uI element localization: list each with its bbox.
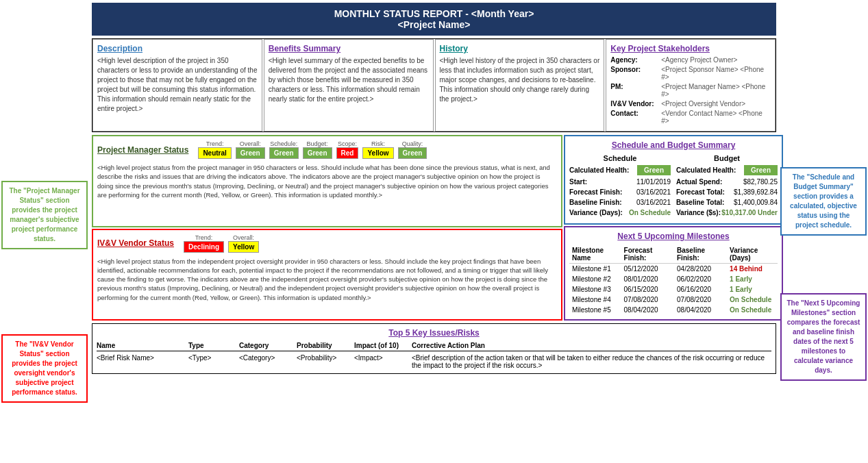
stakeholder-value-3: <Project Oversight Vendor> <box>661 100 745 108</box>
stakeholder-row-2: PM: <Project Manager Name> <Phone #> <box>610 83 771 98</box>
budget-col-header: Budget <box>676 154 778 162</box>
issues-col-action: Corrective Action Plan <box>412 342 771 349</box>
milestone-name-2: Milestone #3 <box>569 284 621 295</box>
issues-table: Name Type Category Probability Impact (o… <box>97 342 771 369</box>
ivv-header: IV&V Vendor Status Trend: Declining Over… <box>97 234 557 253</box>
history-title: History <box>440 44 600 53</box>
milestones-section: Next 5 Upcoming Milestones Milestone Nam… <box>564 226 783 321</box>
budget-health-value: Green <box>744 165 778 175</box>
pm-badge-label-2: Schedule: <box>270 140 297 147</box>
pm-badge-value-2: Green <box>269 147 299 159</box>
milestone-name-4: Milestone #5 <box>569 305 621 315</box>
stakeholder-row-0: Agency: <Agency Project Owner> <box>610 56 771 64</box>
issue-probability-0: <Probability> <box>297 354 351 369</box>
pm-badge-value-3: Green <box>303 147 332 159</box>
header-title: MONTHLY STATUS REPORT - <Month Year> <box>95 8 773 19</box>
milestone-col-variance: Variance (Days) <box>727 245 778 264</box>
stakeholders-title: Key Project Stakeholders <box>610 44 771 53</box>
ivv-annotation-text: The "IV&V Vendor Status" section provide… <box>12 340 77 396</box>
variance-dollar-label: Variance ($s): <box>676 209 721 216</box>
pm-badge-value-4: Red <box>336 147 359 159</box>
variance-days-value: On Schedule <box>629 209 671 216</box>
description-cell: Description <High level description of t… <box>92 39 262 132</box>
variance-days-label: Variance (Days): <box>569 209 623 216</box>
sched-health-label: Calculated Health: <box>569 166 629 174</box>
pm-badge-6: Quality: Green <box>398 140 427 159</box>
variance-days-row: Variance (Days): On Schedule <box>569 209 671 216</box>
schedule-col-header: Schedule <box>569 154 671 162</box>
issues-header-row: Name Type Category Probability Impact (o… <box>97 342 771 351</box>
milestone-baseline-3: 07/08/2020 <box>674 295 727 305</box>
header-subtitle: <Project Name> <box>95 19 773 30</box>
milestone-row-3: Milestone #407/08/202007/08/2020On Sched… <box>569 295 778 305</box>
benefits-title: Benefits Summary <box>269 44 429 53</box>
milestone-name-3: Milestone #4 <box>569 295 621 305</box>
issue-type-0: <Type> <box>188 354 236 369</box>
schedule-cols: Schedule Calculated Health: Green Start:… <box>569 154 778 219</box>
pm-badge-0: Trend: Neutral <box>198 140 231 159</box>
baseline-finish-label: Baseline Finish: <box>569 199 622 206</box>
variance-dollar-row: Variance ($s): $10,317.00 Under <box>676 209 778 216</box>
forecast-finish-value: 03/16/2021 <box>636 188 671 196</box>
schedule-milestones-column: Schedule and Budget Summary Schedule Cal… <box>564 135 776 321</box>
benefits-cell: Benefits Summary <High level summary of … <box>264 39 434 132</box>
baseline-total-value: $1,400,009.84 <box>734 199 778 206</box>
actual-spend-label: Actual Spend: <box>676 178 722 186</box>
start-row: Start: 11/01/2019 <box>569 178 671 186</box>
stakeholder-label-3: IV&V Vendor: <box>610 100 658 108</box>
milestone-col-name: Milestone Name <box>569 245 621 264</box>
stakeholders-list: Agency: <Agency Project Owner> Sponsor: … <box>610 56 771 125</box>
baseline-total-row: Baseline Total: $1,400,009.84 <box>676 199 778 206</box>
milestones-tbody: Milestone #105/12/202004/28/202014 Behin… <box>569 264 778 316</box>
issues-data-row-0: <Brief Risk Name> <Type> <Category> <Pro… <box>97 354 771 369</box>
milestones-title: Next 5 Upcoming Milestones <box>569 232 778 241</box>
pm-body-text: <High level project status from the proj… <box>97 163 557 199</box>
pm-badge-value-1: Green <box>236 147 265 159</box>
milestones-table: Milestone Name Forecast Finish: Baseline… <box>569 245 778 315</box>
pm-annotation-text: The "Project Manager Status" section pro… <box>9 187 79 242</box>
forecast-total-label: Forecast Total: <box>676 188 725 196</box>
milestone-baseline-0: 04/28/2020 <box>674 264 727 275</box>
ivv-badge-0: Trend: Declining <box>184 234 224 253</box>
milestone-forecast-1: 08/01/2020 <box>621 274 674 284</box>
ivv-body-text: <High level project status from the inde… <box>97 257 557 302</box>
stakeholder-value-2: <Project Manager Name> <Phone #> <box>661 83 771 98</box>
milestone-variance-2: 1 Early <box>727 284 778 295</box>
pm-badge-1: Overall: Green <box>236 140 265 159</box>
pm-badge-label-1: Overall: <box>240 140 261 147</box>
actual-spend-value: $82,780.25 <box>743 178 778 186</box>
pm-title: Project Manager Status <box>97 145 188 155</box>
variance-dollar-value: $10,317.00 Under <box>721 209 778 216</box>
schedule-annotation-box: The "Schedule and Budget Summary" sectio… <box>780 167 867 236</box>
pm-badge-value-6: Green <box>398 147 427 159</box>
ivv-badge-1: Overall: Yellow <box>228 234 259 253</box>
main-content: MONTHLY STATUS REPORT - <Month Year> <Pr… <box>89 0 779 405</box>
milestones-annotation-box: The "Next 5 Upcoming Milestones" section… <box>780 293 867 381</box>
milestone-col-forecast: Forecast Finish: <box>621 245 674 264</box>
pm-badge-label-6: Quality: <box>402 140 423 147</box>
milestone-baseline-2: 06/16/2020 <box>674 284 727 295</box>
milestone-forecast-2: 06/15/2020 <box>621 284 674 295</box>
milestone-baseline-4: 08/04/2020 <box>674 305 727 315</box>
issue-action-0: <Brief description of the action taken o… <box>412 354 771 369</box>
stakeholder-value-0: <Agency Project Owner> <box>661 56 737 64</box>
milestone-row-2: Milestone #306/15/202006/16/20201 Early <box>569 284 778 295</box>
milestone-forecast-3: 07/08/2020 <box>621 295 674 305</box>
right-annotations-panel: The "Schedule and Budget Summary" sectio… <box>779 164 868 405</box>
milestones-header-row: Milestone Name Forecast Finish: Baseline… <box>569 245 778 264</box>
issue-category-0: <Category> <box>239 354 294 369</box>
pm-badge-label-4: Scope: <box>338 140 357 147</box>
actual-spend-row: Actual Spend: $82,780.25 <box>676 178 778 186</box>
forecast-total-value: $1,389,692.84 <box>734 188 778 196</box>
start-label: Start: <box>569 178 587 186</box>
pm-badge-value-5: Yellow <box>362 147 393 159</box>
milestone-forecast-0: 05/12/2020 <box>621 264 674 275</box>
baseline-total-label: Baseline Total: <box>676 199 724 206</box>
forecast-total-row: Forecast Total: $1,389,692.84 <box>676 188 778 196</box>
milestone-row-4: Milestone #508/04/202008/04/2020On Sched… <box>569 305 778 315</box>
milestone-row-0: Milestone #105/12/202004/28/202014 Behin… <box>569 264 778 275</box>
ivv-badge-value-0: Declining <box>184 241 224 253</box>
history-body: <High level history of the project in 35… <box>440 56 600 104</box>
pm-status-section: Project Manager Status Trend: Neutral Ov… <box>92 135 562 227</box>
benefits-body: <High level summary of the expected bene… <box>269 56 429 104</box>
